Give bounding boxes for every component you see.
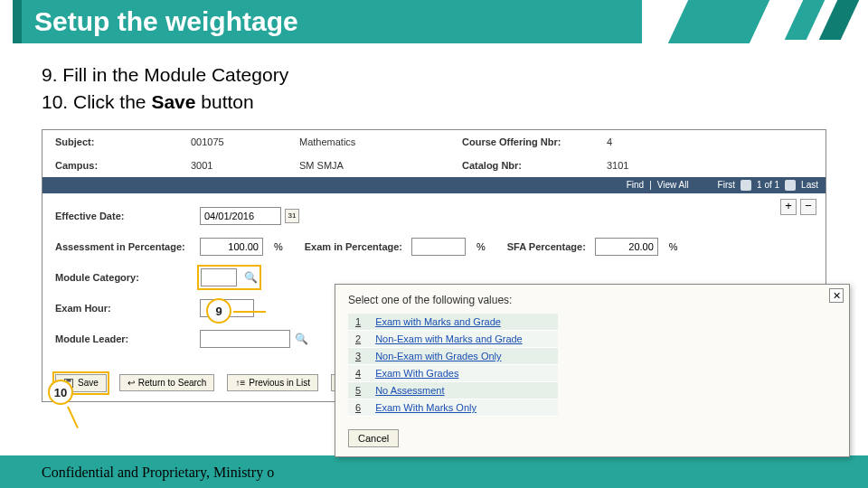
subject-code: 001075 — [191, 136, 299, 147]
exam-pct-input[interactable] — [411, 238, 466, 256]
list-item: 4Exam With Grades — [348, 365, 558, 382]
remove-row-button[interactable]: − — [800, 199, 816, 215]
list-item: 2Non-Exam with Marks and Grade — [348, 331, 558, 348]
lookup-icon[interactable]: 🔍 — [243, 270, 258, 285]
module-leader-input[interactable] — [200, 330, 290, 348]
pct-sign: % — [274, 241, 283, 252]
callout-connector — [233, 311, 266, 313]
sfa-pct-label: SFA Percentage: — [507, 241, 586, 252]
lookup-icon[interactable]: 🔍 — [294, 332, 308, 346]
subject-name: Mathematics — [299, 136, 462, 147]
option-link[interactable]: Non-Exam with Grades Only — [368, 348, 558, 365]
popup-hint: Select one of the following values: — [335, 285, 849, 314]
options-table: 1Exam with Marks and Grade 2Non-Exam wit… — [348, 314, 558, 417]
action-buttons: Save ↩ Return to Search ↑≡ Previous in L… — [55, 374, 373, 392]
view-all-link[interactable]: View All — [657, 180, 689, 190]
prev-icon: ↑≡ — [235, 378, 245, 388]
step-10: 10. Click the Save button — [42, 89, 868, 116]
callout-connector — [67, 407, 79, 428]
option-link[interactable]: Exam With Grades — [368, 365, 558, 382]
next-arrow-icon[interactable] — [785, 180, 796, 191]
back-icon: ↩ — [127, 378, 135, 388]
add-row-button[interactable]: + — [780, 199, 797, 215]
list-item: 5No Assessment — [348, 382, 558, 399]
decor-shape — [785, 0, 826, 40]
effective-date-input[interactable] — [200, 207, 281, 225]
find-link[interactable]: Find — [627, 180, 644, 190]
last-label: Last — [801, 180, 818, 190]
course-offering-label: Course Offering Nbr: — [462, 136, 607, 147]
row-actions: + − — [780, 199, 816, 215]
course-offering-value: 4 — [607, 136, 643, 147]
previous-in-list-button[interactable]: ↑≡ Previous in List — [227, 374, 318, 391]
list-item: 1Exam with Marks and Grade — [348, 314, 558, 331]
callout-10: 10 — [48, 380, 73, 405]
campus-label: Campus: — [55, 160, 191, 171]
page-title: Setup the weightage — [13, 0, 642, 43]
close-button[interactable]: ✕ — [829, 288, 844, 303]
lookup-popup: ✕ Select one of the following values: 1E… — [335, 284, 850, 457]
row-count: 1 of 1 — [757, 180, 779, 190]
list-item: 3Non-Exam with Grades Only — [348, 348, 558, 365]
header-rows: Subject: 001075 Mathematics Course Offer… — [42, 130, 826, 177]
decor-shape — [819, 0, 860, 40]
title-bar: Setup the weightage — [0, 0, 868, 49]
module-category-input[interactable] — [201, 268, 237, 286]
campus-name: SM SMJA — [299, 160, 462, 171]
assessment-pct-label: Assessment in Percentage: — [55, 241, 200, 252]
module-category-label: Module Category: — [55, 272, 200, 283]
module-category-highlight: 🔍 — [200, 267, 259, 287]
callout-9: 9 — [206, 298, 231, 324]
pct-sign: % — [476, 241, 486, 252]
module-leader-label: Module Leader: — [55, 333, 200, 344]
return-to-search-button[interactable]: ↩ Return to Search — [119, 374, 215, 391]
step-9: 9. Fill in the Module Category — [42, 61, 868, 89]
pct-sign: % — [669, 241, 678, 252]
first-label: First — [718, 180, 735, 190]
option-link[interactable]: No Assessment — [368, 382, 558, 399]
catalog-value: 3101 — [607, 160, 643, 171]
assessment-pct-input[interactable] — [200, 238, 263, 256]
exam-hour-label: Exam Hour: — [55, 303, 200, 314]
option-link[interactable]: Non-Exam with Marks and Grade — [368, 331, 558, 348]
prev-arrow-icon[interactable] — [741, 180, 751, 191]
cancel-button[interactable]: Cancel — [348, 429, 399, 447]
instructions: 9. Fill in the Module Category 10. Click… — [0, 49, 868, 126]
campus-code: 3001 — [191, 160, 299, 171]
option-link[interactable]: Exam With Marks Only — [368, 399, 558, 417]
footer-text: Confidential and Proprietary, Ministry o — [42, 465, 274, 481]
sfa-pct-input[interactable] — [595, 238, 658, 256]
exam-pct-label: Exam in Percentage: — [305, 241, 402, 252]
subject-label: Subject: — [55, 136, 191, 147]
catalog-label: Catalog Nbr: — [462, 160, 607, 171]
grid-navbar: Find | View All First 1 of 1 Last — [42, 177, 826, 193]
list-item: 6Exam With Marks Only — [348, 399, 558, 417]
calendar-icon[interactable]: 31 — [285, 209, 299, 223]
decor-shape — [668, 0, 769, 43]
option-link[interactable]: Exam with Marks and Grade — [368, 314, 558, 331]
effective-date-label: Effective Date: — [55, 211, 200, 221]
